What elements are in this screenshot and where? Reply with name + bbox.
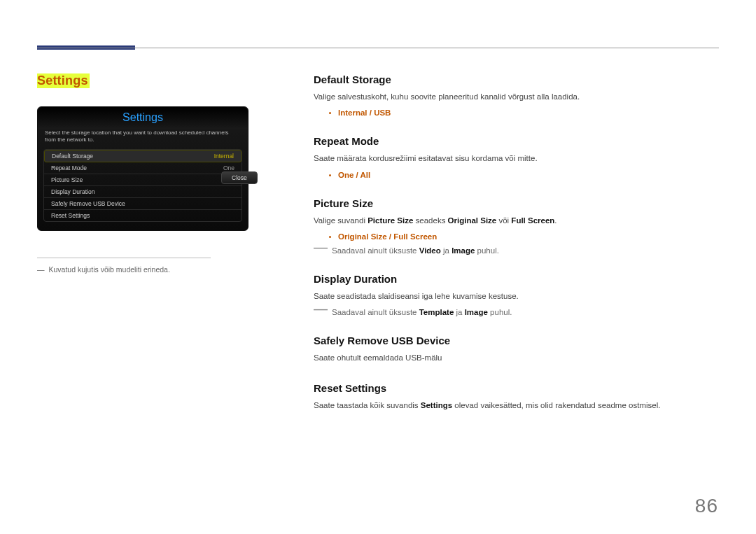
desc-safely-remove: Saate ohutult eemaldada USB-mälu xyxy=(314,352,720,364)
row-display-duration[interactable]: Display Duration xyxy=(44,186,241,198)
heading-default-storage: Default Storage xyxy=(314,73,720,85)
row-key: Reset Settings xyxy=(51,212,90,219)
section-title: Settings xyxy=(37,73,90,88)
panel-title: Settings xyxy=(38,107,248,129)
row-safely-remove[interactable]: Safely Remove USB Device xyxy=(44,198,241,210)
row-val: One xyxy=(223,164,234,171)
right-column: Default Storage Valige salvestuskoht, ku… xyxy=(314,73,720,412)
opt-one: One xyxy=(338,171,354,179)
heading-display-duration: Display Duration xyxy=(314,273,720,285)
desc-repeat-mode: Saate määrata kordusrežiimi esitatavat s… xyxy=(314,153,720,164)
heading-repeat-mode: Repeat Mode xyxy=(314,135,720,147)
row-repeat-mode[interactable]: Repeat Mode One xyxy=(44,162,241,174)
options-default-storage: Internal / USB xyxy=(329,108,720,117)
opt-internal: Internal xyxy=(338,108,368,117)
note-picture-size: ― Saadaval ainult üksuste Video ja Image… xyxy=(314,246,720,255)
bullet-icon xyxy=(329,174,331,176)
row-key: Picture Size xyxy=(51,176,83,183)
sep: / xyxy=(387,232,394,241)
row-val: Internal xyxy=(214,153,234,160)
row-key: Display Duration xyxy=(51,188,94,195)
panel-list: Default Storage Internal Repeat Mode One… xyxy=(43,149,242,222)
options-picture-size: Original Size / Full Screen xyxy=(329,232,720,241)
options-repeat-mode: One / All xyxy=(329,171,720,179)
panel-footnote: ― Kuvatud kujutis võib mudeliti erineda. xyxy=(37,265,275,274)
divider xyxy=(37,258,211,258)
row-default-storage[interactable]: Default Storage Internal xyxy=(44,150,241,162)
top-rule xyxy=(37,48,719,48)
desc-default-storage: Valige salvestuskoht, kuhu soovite plane… xyxy=(314,91,720,103)
opt-full-screen: Full Screen xyxy=(393,232,437,241)
footnote-dash: ― xyxy=(37,265,45,274)
row-key: Repeat Mode xyxy=(51,164,87,171)
row-key: Safely Remove USB Device xyxy=(51,200,125,207)
heading-safely-remove: Safely Remove USB Device xyxy=(314,335,720,346)
footnote-text: Kuvatud kujutis võib mudeliti erineda. xyxy=(49,265,170,274)
desc-picture-size: Valige suvandi Picture Size seadeks Orig… xyxy=(314,215,720,227)
opt-all: All xyxy=(360,171,371,179)
row-reset-settings[interactable]: Reset Settings xyxy=(44,210,241,221)
sep: / xyxy=(354,171,360,179)
desc-reset-settings: Saate taastada kõik suvandis Settings ol… xyxy=(314,400,720,412)
left-column: Settings Settings Select the storage loc… xyxy=(37,73,275,274)
note-display-duration: ― Saadaval ainult üksuste Template ja Im… xyxy=(314,308,720,316)
bullet-icon xyxy=(329,236,331,238)
desc-display-duration: Saate seadistada slaidiseansi iga lehe k… xyxy=(314,290,720,302)
panel-hint: Select the storage location that you wan… xyxy=(38,129,248,148)
opt-usb: USB xyxy=(374,108,391,117)
sep: / xyxy=(368,108,374,117)
page-number: 86 xyxy=(695,495,718,517)
opt-original-size: Original Size xyxy=(338,232,387,241)
heading-picture-size: Picture Size xyxy=(314,197,720,209)
page: Settings Settings Select the storage loc… xyxy=(0,0,756,534)
settings-panel: Settings Select the storage location tha… xyxy=(37,106,248,231)
close-button[interactable]: Close xyxy=(221,171,258,184)
heading-reset-settings: Reset Settings xyxy=(314,382,720,394)
row-key: Default Storage xyxy=(52,153,93,160)
bullet-icon xyxy=(329,112,331,114)
row-picture-size[interactable]: Picture Size xyxy=(44,174,241,186)
